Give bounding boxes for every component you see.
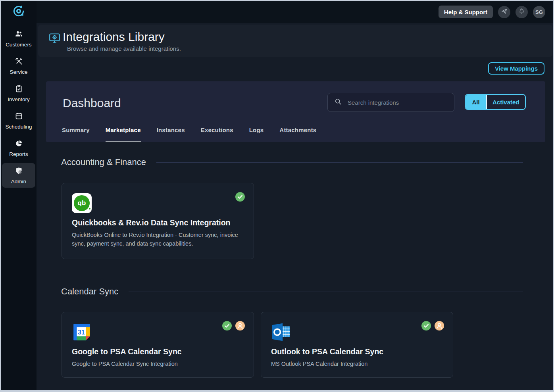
outlook-logo [271, 322, 443, 342]
sidebar-item-inventory[interactable]: Inventory [2, 81, 35, 106]
send-button[interactable] [498, 6, 510, 18]
bell-icon [518, 8, 525, 16]
sidebar-item-label: Admin [11, 179, 26, 184]
section-divider [129, 292, 523, 292]
dashboard-panel: Dashboard All Activated Summary Marketpl… [46, 81, 545, 142]
filter-activated-button[interactable]: Activated [486, 95, 525, 109]
card-badges [235, 192, 245, 203]
section-accounting-finance: Accounting & Finance [61, 157, 523, 167]
view-mappings-button[interactable]: View Mappings [488, 62, 544, 75]
user-badge [235, 321, 245, 332]
sidebar-item-reports[interactable]: Reports [2, 136, 35, 160]
send-icon [501, 8, 508, 16]
activated-check-badge [235, 192, 245, 203]
filter-toggle: All Activated [465, 94, 526, 110]
sidebar-item-label: Scheduling [6, 124, 32, 130]
sidebar-item-scheduling[interactable]: Scheduling [2, 108, 35, 133]
calendar-icon [15, 112, 23, 122]
google-calendar-logo: 31 [72, 322, 244, 342]
tab-attachments[interactable]: Attachments [279, 127, 316, 142]
activated-check-badge [421, 321, 431, 332]
tab-instances[interactable]: Instances [157, 127, 185, 142]
card-description: Google to PSA Calendar Sync Integration [72, 359, 244, 368]
activated-check-badge [222, 321, 232, 332]
user-avatar[interactable]: SG [533, 6, 545, 18]
user-badge [435, 321, 444, 332]
tab-marketplace[interactable]: Marketplace [106, 127, 141, 142]
app-logo[interactable] [1, 1, 37, 23]
sidebar-nav: Customers Service [1, 26, 37, 188]
dashboard-title: Dashboard [63, 96, 121, 110]
sidebar-item-label: Inventory [8, 96, 30, 102]
sidebar-item-customers[interactable]: Customers [2, 26, 35, 51]
clipboard-check-icon [15, 85, 23, 94]
card-title: Quickbooks & Rev.io Data Sync Integratio… [72, 218, 244, 227]
monitor-gear-icon [48, 33, 61, 46]
section-divider [156, 162, 523, 163]
pie-chart-icon [15, 139, 23, 149]
sidebar: Customers Service [1, 1, 37, 390]
sidebar-item-label: Service [10, 69, 27, 75]
filter-all-button[interactable]: All [466, 95, 486, 109]
sidebar-item-admin[interactable]: Admin [2, 163, 35, 188]
dashboard-tabs: Summary Marketplace Instances Executions… [62, 127, 316, 142]
card-badges [421, 321, 444, 332]
sync-logo-icon [12, 4, 25, 19]
section-calendar-sync: Calendar Sync [61, 286, 523, 297]
topbar: Help & Support SG [37, 1, 553, 23]
search-box [327, 93, 454, 112]
tab-executions[interactable]: Executions [201, 127, 233, 142]
search-icon [334, 98, 342, 107]
search-input[interactable] [348, 99, 448, 106]
card-description: MS Outlook PSA Calendar Integration [271, 359, 443, 368]
card-description: QuickBooks Online to Rev.io Integration … [72, 231, 244, 248]
quickbooks-logo: qb [72, 193, 244, 213]
people-icon [15, 30, 23, 40]
sidebar-item-label: Reports [9, 151, 28, 157]
section-title: Accounting & Finance [61, 157, 146, 167]
card-title: Outlook to PSA Calendar Sync [271, 347, 443, 356]
svg-text:31: 31 [78, 329, 85, 336]
tab-logs[interactable]: Logs [249, 127, 264, 142]
page-header: Integrations Library Browse and manage a… [38, 25, 552, 57]
main-content: Integrations Library Browse and manage a… [37, 23, 553, 390]
sidebar-item-service[interactable]: Service [2, 54, 35, 78]
tools-icon [15, 57, 23, 67]
shield-gear-icon [15, 167, 23, 177]
integration-card-quickbooks[interactable]: qb Quickbooks & Rev.io Data Sync Integra… [62, 183, 254, 259]
page-subtitle: Browse and manage available integrations… [67, 45, 181, 52]
card-title: Google to PSA Calendar Sync [72, 347, 244, 356]
notifications-button[interactable] [516, 6, 528, 18]
tab-summary[interactable]: Summary [62, 127, 90, 142]
app-window: Customers Service [0, 0, 554, 392]
page-title: Integrations Library [63, 30, 165, 44]
section-title: Calendar Sync [61, 286, 118, 297]
card-badges [222, 321, 245, 332]
help-support-button[interactable]: Help & Support [439, 6, 493, 18]
sidebar-item-label: Customers [6, 42, 31, 48]
integration-card-google-calendar[interactable]: 31 Google to PSA Ca [62, 312, 254, 378]
integration-card-outlook[interactable]: Outlook to PSA Calendar Sync MS Outlook … [261, 312, 453, 378]
